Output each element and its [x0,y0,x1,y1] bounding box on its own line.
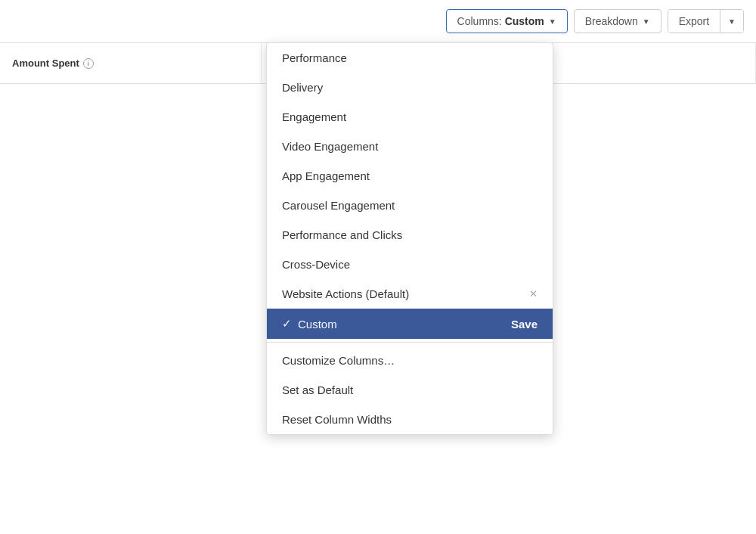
dropdown-item-video-engagement[interactable]: Video Engagement [267,132,553,161]
columns-label: Columns: Custom [457,15,544,27]
dropdown-item-label: Cross-Device [282,258,350,271]
dropdown-item-customize-columns[interactable]: Customize Columns… [267,346,553,375]
dropdown-item-label: Delivery [282,81,323,94]
dropdown-item-label: Website Actions (Default) [282,287,409,300]
columns-dropdown: Performance Delivery Engagement Video En… [266,42,553,435]
dropdown-item-carousel-engagement[interactable]: Carousel Engagement [267,191,553,220]
export-main-button[interactable]: Export [668,10,720,33]
column-label-amount-spent: Amount Spent [12,57,79,69]
chevron-down-icon: ▼ [549,17,556,26]
breakdown-button[interactable]: Breakdown ▼ [574,9,662,33]
dropdown-item-custom[interactable]: ✓ Custom Save [267,309,553,339]
custom-label: Custom [298,318,337,331]
info-icon-amount-spent[interactable]: i [83,58,94,69]
columns-value: Custom [505,15,544,27]
chevron-down-icon: ▼ [643,17,650,26]
dropdown-divider [267,342,553,343]
dropdown-item-performance-and-clicks[interactable]: Performance and Clicks [267,220,553,250]
dropdown-item-label: Performance [282,51,347,64]
page-container: Columns: Custom ▼ Breakdown ▼ Export ▼ A… [0,0,756,534]
dropdown-item-label: App Engagement [282,169,370,182]
dropdown-item-cross-device[interactable]: Cross-Device [267,250,553,279]
dropdown-item-label: Video Engagement [282,140,378,153]
dropdown-item-engagement[interactable]: Engagement [267,102,553,132]
export-dropdown-button[interactable]: ▼ [720,10,743,33]
custom-selected-left: ✓ Custom [282,317,337,331]
dropdown-item-label: Performance and Clicks [282,228,402,241]
export-button-group: Export ▼ [668,9,744,33]
dropdown-item-set-as-default[interactable]: Set as Default [267,375,553,405]
toolbar: Columns: Custom ▼ Breakdown ▼ Export ▼ [0,0,756,43]
columns-button[interactable]: Columns: Custom ▼ [446,9,568,33]
checkmark-icon: ✓ [282,317,292,331]
dropdown-item-reset-column-widths[interactable]: Reset Column Widths [267,405,553,434]
breakdown-label: Breakdown [585,15,638,27]
dropdown-item-label: Engagement [282,110,346,123]
column-header-amount-spent: Amount Spent i [0,43,262,83]
dropdown-item-label: Customize Columns… [282,354,395,367]
save-button[interactable]: Save [511,318,538,331]
dropdown-item-website-actions[interactable]: Website Actions (Default) ✕ [267,279,553,309]
close-icon[interactable]: ✕ [529,288,538,300]
dropdown-item-performance[interactable]: Performance [267,43,553,73]
dropdown-item-label: Carousel Engagement [282,199,395,212]
dropdown-item-delivery[interactable]: Delivery [267,73,553,102]
chevron-down-icon: ▼ [728,17,736,26]
dropdown-item-label: Set as Default [282,383,353,396]
dropdown-item-app-engagement[interactable]: App Engagement [267,161,553,191]
dropdown-item-label: Reset Column Widths [282,413,392,426]
